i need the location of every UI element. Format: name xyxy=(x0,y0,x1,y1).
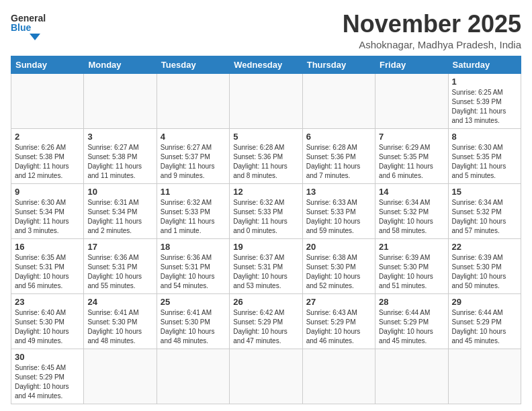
day-number: 7 xyxy=(379,132,444,142)
month-title: November 2025 xyxy=(343,11,521,38)
day-info: Sunrise: 6:32 AM Sunset: 5:33 PM Dayligh… xyxy=(233,198,298,236)
calendar-cell: 11Sunrise: 6:32 AM Sunset: 5:33 PM Dayli… xyxy=(157,183,229,238)
day-info: Sunrise: 6:30 AM Sunset: 5:34 PM Dayligh… xyxy=(15,198,80,236)
day-info: Sunrise: 6:36 AM Sunset: 5:31 PM Dayligh… xyxy=(161,253,226,291)
calendar-week-4: 16Sunrise: 6:35 AM Sunset: 5:31 PM Dayli… xyxy=(11,238,521,293)
day-number: 1 xyxy=(452,77,517,87)
calendar-cell: 19Sunrise: 6:37 AM Sunset: 5:31 PM Dayli… xyxy=(230,238,302,293)
day-number: 17 xyxy=(87,242,152,252)
day-number: 29 xyxy=(452,297,517,307)
day-info: Sunrise: 6:44 AM Sunset: 5:29 PM Dayligh… xyxy=(452,308,517,346)
day-number: 24 xyxy=(87,297,152,307)
weekday-header-tuesday: Tuesday xyxy=(157,56,229,73)
day-number: 6 xyxy=(306,132,371,142)
day-info: Sunrise: 6:35 AM Sunset: 5:31 PM Dayligh… xyxy=(15,253,80,291)
day-info: Sunrise: 6:25 AM Sunset: 5:39 PM Dayligh… xyxy=(452,88,517,126)
calendar-cell: 27Sunrise: 6:43 AM Sunset: 5:29 PM Dayli… xyxy=(302,293,375,349)
day-info: Sunrise: 6:27 AM Sunset: 5:38 PM Dayligh… xyxy=(87,143,152,181)
calendar-cell xyxy=(157,349,229,404)
calendar-cell: 10Sunrise: 6:31 AM Sunset: 5:34 PM Dayli… xyxy=(84,183,157,238)
day-number: 2 xyxy=(15,132,80,142)
day-number: 3 xyxy=(87,132,152,142)
day-number: 8 xyxy=(452,132,517,142)
calendar-cell xyxy=(157,73,229,128)
day-number: 15 xyxy=(452,187,517,197)
calendar-cell: 5Sunrise: 6:28 AM Sunset: 5:36 PM Daylig… xyxy=(230,128,302,183)
calendar-cell: 1Sunrise: 6:25 AM Sunset: 5:39 PM Daylig… xyxy=(448,73,521,128)
day-info: Sunrise: 6:30 AM Sunset: 5:35 PM Dayligh… xyxy=(452,143,517,181)
day-number: 28 xyxy=(379,297,444,307)
calendar-cell: 2Sunrise: 6:26 AM Sunset: 5:38 PM Daylig… xyxy=(11,128,84,183)
calendar-cell: 30Sunrise: 6:45 AM Sunset: 5:29 PM Dayli… xyxy=(11,349,84,404)
day-number: 30 xyxy=(15,352,80,362)
calendar-cell: 16Sunrise: 6:35 AM Sunset: 5:31 PM Dayli… xyxy=(11,238,84,293)
day-number: 13 xyxy=(306,187,371,197)
calendar-cell xyxy=(84,349,157,404)
day-number: 26 xyxy=(233,297,298,307)
calendar-cell: 15Sunrise: 6:34 AM Sunset: 5:32 PM Dayli… xyxy=(448,183,521,238)
day-number: 21 xyxy=(379,242,444,252)
day-number: 25 xyxy=(161,297,226,307)
calendar-cell: 4Sunrise: 6:27 AM Sunset: 5:37 PM Daylig… xyxy=(157,128,229,183)
day-info: Sunrise: 6:43 AM Sunset: 5:29 PM Dayligh… xyxy=(306,308,371,346)
calendar-cell: 28Sunrise: 6:44 AM Sunset: 5:29 PM Dayli… xyxy=(375,293,448,349)
day-info: Sunrise: 6:31 AM Sunset: 5:34 PM Dayligh… xyxy=(87,198,152,236)
day-number: 11 xyxy=(161,187,226,197)
day-info: Sunrise: 6:40 AM Sunset: 5:30 PM Dayligh… xyxy=(15,308,80,346)
day-info: Sunrise: 6:45 AM Sunset: 5:29 PM Dayligh… xyxy=(15,363,80,401)
title-area: November 2025 Ashoknagar, Madhya Pradesh… xyxy=(343,11,521,50)
calendar-cell: 13Sunrise: 6:33 AM Sunset: 5:33 PM Dayli… xyxy=(302,183,375,238)
day-info: Sunrise: 6:29 AM Sunset: 5:35 PM Dayligh… xyxy=(379,143,444,181)
day-info: Sunrise: 6:34 AM Sunset: 5:32 PM Dayligh… xyxy=(452,198,517,236)
subtitle: Ashoknagar, Madhya Pradesh, India xyxy=(343,39,521,50)
calendar-cell xyxy=(302,349,375,404)
weekday-header-sunday: Sunday xyxy=(11,56,84,73)
calendar-week-6: 30Sunrise: 6:45 AM Sunset: 5:29 PM Dayli… xyxy=(11,349,521,404)
day-info: Sunrise: 6:44 AM Sunset: 5:29 PM Dayligh… xyxy=(379,308,444,346)
day-number: 9 xyxy=(15,187,80,197)
day-info: Sunrise: 6:39 AM Sunset: 5:30 PM Dayligh… xyxy=(452,253,517,291)
calendar-cell: 6Sunrise: 6:28 AM Sunset: 5:36 PM Daylig… xyxy=(302,128,375,183)
weekday-header-saturday: Saturday xyxy=(448,56,521,73)
calendar-cell: 24Sunrise: 6:41 AM Sunset: 5:30 PM Dayli… xyxy=(84,293,157,349)
day-info: Sunrise: 6:26 AM Sunset: 5:38 PM Dayligh… xyxy=(15,143,80,181)
day-info: Sunrise: 6:27 AM Sunset: 5:37 PM Dayligh… xyxy=(161,143,226,181)
weekday-header-row: SundayMondayTuesdayWednesdayThursdayFrid… xyxy=(11,56,521,73)
day-number: 14 xyxy=(379,187,444,197)
day-number: 5 xyxy=(233,132,298,142)
calendar-cell xyxy=(375,349,448,404)
weekday-header-thursday: Thursday xyxy=(302,56,375,73)
day-number: 4 xyxy=(161,132,226,142)
day-number: 19 xyxy=(233,242,298,252)
calendar-week-3: 9Sunrise: 6:30 AM Sunset: 5:34 PM Daylig… xyxy=(11,183,521,238)
day-info: Sunrise: 6:33 AM Sunset: 5:33 PM Dayligh… xyxy=(306,198,371,236)
calendar-cell: 9Sunrise: 6:30 AM Sunset: 5:34 PM Daylig… xyxy=(11,183,84,238)
day-number: 12 xyxy=(233,187,298,197)
day-info: Sunrise: 6:28 AM Sunset: 5:36 PM Dayligh… xyxy=(306,143,371,181)
weekday-header-friday: Friday xyxy=(375,56,448,73)
calendar-week-2: 2Sunrise: 6:26 AM Sunset: 5:38 PM Daylig… xyxy=(11,128,521,183)
calendar-cell: 17Sunrise: 6:36 AM Sunset: 5:31 PM Dayli… xyxy=(84,238,157,293)
day-info: Sunrise: 6:38 AM Sunset: 5:30 PM Dayligh… xyxy=(306,253,371,291)
weekday-header-monday: Monday xyxy=(84,56,157,73)
calendar-cell: 12Sunrise: 6:32 AM Sunset: 5:33 PM Dayli… xyxy=(230,183,302,238)
calendar-cell: 20Sunrise: 6:38 AM Sunset: 5:30 PM Dayli… xyxy=(302,238,375,293)
day-info: Sunrise: 6:37 AM Sunset: 5:31 PM Dayligh… xyxy=(233,253,298,291)
day-number: 27 xyxy=(306,297,371,307)
day-number: 20 xyxy=(306,242,371,252)
calendar-cell: 25Sunrise: 6:41 AM Sunset: 5:30 PM Dayli… xyxy=(157,293,229,349)
svg-text:Blue: Blue xyxy=(11,22,32,33)
calendar-week-5: 23Sunrise: 6:40 AM Sunset: 5:30 PM Dayli… xyxy=(11,293,521,349)
calendar-cell xyxy=(375,73,448,128)
calendar-cell: 14Sunrise: 6:34 AM Sunset: 5:32 PM Dayli… xyxy=(375,183,448,238)
calendar-cell xyxy=(230,73,302,128)
weekday-header-wednesday: Wednesday xyxy=(230,56,302,73)
day-info: Sunrise: 6:39 AM Sunset: 5:30 PM Dayligh… xyxy=(379,253,444,291)
day-number: 23 xyxy=(15,297,80,307)
day-number: 18 xyxy=(161,242,226,252)
calendar-cell: 3Sunrise: 6:27 AM Sunset: 5:38 PM Daylig… xyxy=(84,128,157,183)
day-info: Sunrise: 6:28 AM Sunset: 5:36 PM Dayligh… xyxy=(233,143,298,181)
logo-icon: General Blue xyxy=(11,11,47,40)
svg-marker-2 xyxy=(30,34,40,40)
day-info: Sunrise: 6:32 AM Sunset: 5:33 PM Dayligh… xyxy=(161,198,226,236)
